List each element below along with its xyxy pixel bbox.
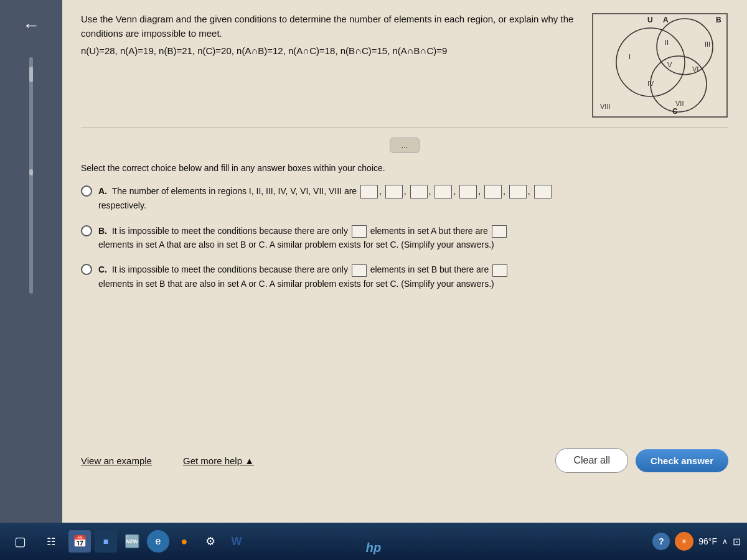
option-c-label: C. — [98, 264, 107, 274]
get-more-help-link[interactable]: Get more help ▲ — [183, 455, 254, 466]
taskview-button[interactable]: ☷ — [37, 528, 65, 555]
chevron-up[interactable]: ∧ — [722, 537, 728, 546]
option-c-text3: elements in set B that are also in set A… — [98, 279, 494, 289]
option-c-text2: elements in set B but there are — [370, 264, 489, 274]
svg-text:II: II — [665, 39, 669, 46]
content-panel: Use the Venn diagram and the given condi… — [62, 0, 747, 523]
svg-text:IV: IV — [647, 80, 654, 87]
svg-text:C: C — [672, 107, 678, 116]
taskbar-app-2[interactable]: ■ — [95, 530, 117, 553]
sidebar: ← — [0, 0, 62, 523]
answer-box-5[interactable] — [459, 185, 477, 198]
monitor-icon[interactable]: ⊡ — [733, 536, 741, 548]
temperature: 96°F — [698, 536, 717, 546]
answer-options: A. The number of elements in regions I, … — [81, 184, 728, 291]
taskbar-app-6[interactable]: ⚙ — [199, 530, 222, 553]
svg-text:VII: VII — [675, 100, 684, 107]
more-button[interactable]: ... — [390, 138, 420, 153]
option-b-box-1[interactable] — [352, 225, 367, 238]
bottom-right-buttons: Clear all Check answer — [555, 448, 728, 473]
svg-text:U: U — [647, 16, 653, 24]
taskbar-app-7[interactable]: W — [225, 530, 248, 553]
back-button[interactable]: ← — [16, 12, 46, 39]
option-c-row: C. It is impossible to meet the conditio… — [81, 263, 728, 291]
answer-box-7[interactable] — [509, 185, 527, 198]
instructions: Select the correct choice below and fill… — [81, 163, 728, 173]
answer-box-6[interactable] — [484, 185, 502, 198]
option-b-text: It is impossible to meet the conditions … — [112, 226, 348, 236]
taskbar-app-1[interactable]: 📅 — [68, 530, 91, 553]
answer-box-1[interactable] — [360, 185, 378, 198]
hp-logo: hp — [366, 541, 381, 555]
option-b-row: B. It is impossible to meet the conditio… — [81, 224, 728, 252]
answer-box-2[interactable] — [385, 185, 403, 198]
taskbar-right: ? ☀ 96°F ∧ ⊡ — [652, 532, 741, 551]
svg-text:A: A — [663, 16, 669, 24]
more-button-row: ... — [81, 138, 728, 153]
taskbar-app-5[interactable]: ● — [173, 530, 195, 553]
option-b-radio[interactable] — [81, 225, 92, 236]
option-c-box-2[interactable] — [492, 264, 507, 277]
option-b-label: B. — [98, 226, 107, 236]
option-b-content: B. It is impossible to meet the conditio… — [98, 224, 508, 252]
option-c-text: It is impossible to meet the conditions … — [112, 264, 348, 274]
option-a-radio[interactable] — [81, 185, 92, 197]
problem-text: Use the Venn diagram and the given condi… — [81, 12, 579, 62]
taskbar-app-4[interactable]: e — [147, 530, 169, 553]
answer-box-3[interactable] — [410, 185, 428, 198]
svg-text:V: V — [667, 61, 672, 68]
problem-title: Use the Venn diagram and the given condi… — [81, 12, 579, 40]
option-a-label: A. — [98, 186, 107, 196]
weather-icon: ☀ — [675, 532, 693, 551]
option-a-content: A. The number of elements in regions I, … — [98, 184, 553, 213]
check-answer-button[interactable]: Check answer — [636, 449, 728, 472]
problem-area: Use the Venn diagram and the given condi… — [81, 12, 728, 128]
svg-text:I: I — [629, 53, 631, 60]
clear-all-button[interactable]: Clear all — [555, 448, 628, 473]
view-example-link[interactable]: View an example — [81, 455, 152, 466]
problem-conditions: n(U)=28, n(A)=19, n(B)=21, n(C)=20, n(A∩… — [81, 44, 579, 58]
answer-box-8[interactable] — [534, 185, 552, 198]
main-area: ← Use the Venn diagram and the given con… — [0, 0, 747, 523]
venn-diagram: U A B I II III — [591, 12, 728, 118]
option-c-box-1[interactable] — [352, 264, 367, 277]
option-a-row: A. The number of elements in regions I, … — [81, 184, 728, 213]
bottom-row: View an example Get more help ▲ Clear al… — [62, 448, 747, 473]
taskbar-app-3[interactable]: 🆕 — [121, 530, 143, 553]
option-c-content: C. It is impossible to meet the conditio… — [98, 263, 509, 291]
option-c-radio[interactable] — [81, 264, 92, 275]
answer-box-4[interactable] — [435, 185, 452, 198]
svg-text:VIII: VIII — [600, 103, 611, 110]
svg-text:III: III — [705, 40, 710, 48]
option-b-text3: elements in set A that are also in set B… — [98, 240, 494, 250]
option-b-box-2[interactable] — [492, 225, 507, 238]
svg-text:B: B — [716, 16, 721, 24]
venn-svg: U A B I II III — [591, 12, 728, 118]
option-b-text2: elements in set A but there are — [370, 226, 488, 236]
help-circle[interactable]: ? — [652, 533, 670, 550]
svg-text:VI: VI — [692, 65, 698, 73]
option-a-text-end: respectively. — [98, 200, 146, 210]
option-a-text: The number of elements in regions I, II,… — [112, 186, 357, 196]
start-button[interactable]: ▢ — [6, 528, 34, 555]
